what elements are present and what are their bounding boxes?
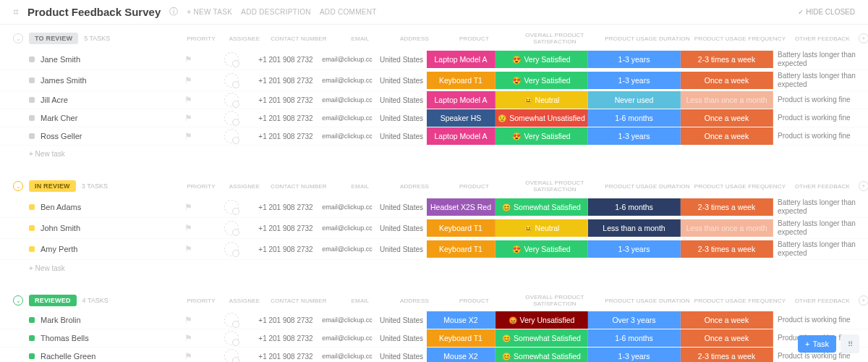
priority-flag[interactable]: ⚑ — [166, 351, 210, 361]
product-chip[interactable]: Mouse X2 — [427, 311, 495, 329]
task-name[interactable]: Ben Adams — [41, 203, 81, 211]
product-chip[interactable]: Keyboard T1 — [427, 72, 495, 89]
task-name[interactable]: John Smith — [41, 224, 80, 232]
satisfaction-chip[interactable]: 😍Very Satisfied — [495, 72, 588, 89]
duration-chip[interactable]: 1-6 months — [588, 198, 681, 216]
frequency-chip[interactable]: Once a week — [681, 72, 773, 89]
table-row[interactable]: Mark Brolin ⚑ +1 201 908 2732 email@clic… — [0, 311, 868, 329]
priority-flag[interactable]: ⚑ — [166, 223, 210, 233]
new-task-button[interactable]: + NEW TASK — [187, 8, 232, 16]
task-name[interactable]: Thomas Bells — [41, 334, 89, 342]
task-name[interactable]: Jane Smith — [41, 55, 80, 64]
table-row[interactable]: Thomas Bells ⚑ +1 201 908 2732 email@cli… — [0, 329, 868, 348]
product-chip[interactable]: Mouse X2 — [427, 348, 495, 362]
status-badge[interactable]: IN REVIEW — [29, 180, 76, 192]
frequency-chip[interactable]: Once a week — [681, 127, 773, 145]
assignee-avatar[interactable] — [224, 200, 239, 214]
task-name[interactable]: Mark Brolin — [41, 316, 81, 324]
frequency-chip[interactable]: Less than once a month — [681, 219, 773, 237]
add-comment-button[interactable]: ADD COMMENT — [320, 8, 377, 16]
product-chip[interactable]: Keyboard T1 — [427, 329, 495, 347]
product-chip[interactable]: Speaker HS — [427, 109, 495, 127]
satisfaction-chip[interactable]: 😊Somewhat Satisfied — [495, 329, 588, 347]
add-description-button[interactable]: ADD DESCRIPTION — [241, 8, 311, 16]
new-task-row[interactable]: + New task — [0, 146, 868, 162]
table-row[interactable]: Ben Adams ⚑ +1 201 908 2732 email@clicku… — [0, 197, 868, 218]
duration-chip[interactable]: 1-3 years — [588, 72, 681, 89]
hide-closed-toggle[interactable]: ✓ HIDE CLOSED — [798, 8, 855, 16]
priority-flag[interactable]: ⚑ — [166, 315, 210, 325]
product-chip[interactable]: Laptop Model A — [427, 127, 495, 145]
frequency-chip[interactable]: 2-3 times a week — [681, 51, 773, 68]
frequency-chip[interactable]: 2-3 times a week — [681, 240, 773, 258]
add-column-button[interactable]: + — [859, 181, 868, 191]
assignee-avatar[interactable] — [224, 242, 239, 256]
duration-chip[interactable]: 1-3 years — [588, 348, 681, 362]
frequency-chip[interactable]: Once a week — [681, 311, 773, 329]
duration-chip[interactable]: 1-6 months — [588, 329, 681, 347]
collapse-toggle[interactable]: ⌄ — [13, 295, 23, 306]
fab-more-button[interactable]: ⠿ — [841, 334, 859, 353]
table-row[interactable]: John Smith ⚑ +1 201 908 2732 email@click… — [0, 218, 868, 239]
duration-chip[interactable]: 1-3 years — [588, 51, 681, 68]
add-column-button[interactable]: + — [859, 33, 868, 43]
frequency-chip[interactable]: Once a week — [681, 329, 773, 347]
table-row[interactable]: Amy Perth ⚑ +1 201 908 2732 email@clicku… — [0, 239, 868, 260]
satisfaction-chip[interactable]: 😊Somewhat Satisfied — [495, 348, 588, 362]
product-chip[interactable]: Keyboard T1 — [427, 240, 495, 258]
satisfaction-chip[interactable]: 😡Very Unsatisfied — [495, 311, 588, 329]
frequency-chip[interactable]: 2-3 times a week — [681, 198, 773, 216]
satisfaction-chip[interactable]: 😊Somewhat Satisfied — [495, 198, 588, 216]
status-badge[interactable]: TO REVIEW — [29, 33, 78, 44]
priority-flag[interactable]: ⚑ — [166, 333, 210, 343]
product-chip[interactable]: Keyboard T1 — [427, 219, 495, 237]
frequency-chip[interactable]: Less than once a month — [681, 91, 773, 109]
satisfaction-chip[interactable]: 😟Somewhat Unsatisfied — [495, 109, 588, 127]
table-row[interactable]: Jill Acre ⚑ +1 201 908 2732 email@clicku… — [0, 91, 868, 109]
task-name[interactable]: Mark Cher — [41, 114, 77, 122]
satisfaction-chip[interactable]: 😍Very Satisfied — [495, 51, 588, 68]
assignee-avatar[interactable] — [224, 52, 239, 67]
priority-flag[interactable]: ⚑ — [166, 75, 210, 85]
assignee-avatar[interactable] — [224, 73, 239, 88]
collapse-toggle[interactable]: ⌄ — [13, 181, 23, 191]
product-chip[interactable]: Laptop Model A — [427, 91, 495, 109]
info-icon[interactable]: ⓘ — [169, 6, 178, 18]
product-chip[interactable]: Headset X2S Red — [427, 198, 495, 216]
task-name[interactable]: Amy Perth — [41, 245, 77, 253]
table-row[interactable]: Jane Smith ⚑ +1 201 908 2732 email@click… — [0, 49, 868, 70]
assignee-avatar[interactable] — [224, 313, 239, 327]
satisfaction-chip[interactable]: 😐Neutral — [495, 219, 588, 237]
table-row[interactable]: Mark Cher ⚑ +1 201 908 2732 email@clicku… — [0, 109, 868, 127]
assignee-avatar[interactable] — [224, 221, 239, 235]
task-name[interactable]: Jill Acre — [41, 96, 68, 104]
duration-chip[interactable]: Less than a month — [588, 219, 681, 237]
satisfaction-chip[interactable]: 😍Very Satisfied — [495, 240, 588, 258]
satisfaction-chip[interactable]: 😐Neutral — [495, 91, 588, 109]
priority-flag[interactable]: ⚑ — [166, 244, 210, 254]
priority-flag[interactable]: ⚑ — [166, 54, 210, 64]
assignee-avatar[interactable] — [224, 331, 239, 345]
duration-chip[interactable]: Over 3 years — [588, 311, 681, 329]
assignee-avatar[interactable] — [224, 349, 239, 362]
priority-flag[interactable]: ⚑ — [166, 95, 210, 105]
new-task-row[interactable]: + New task — [0, 260, 868, 277]
satisfaction-chip[interactable]: 😍Very Satisfied — [495, 127, 588, 145]
assignee-avatar[interactable] — [224, 129, 239, 143]
table-row[interactable]: Rachelle Green ⚑ +1 201 908 2732 email@c… — [0, 348, 868, 362]
table-row[interactable]: James Smith ⚑ +1 201 908 2732 email@clic… — [0, 70, 868, 91]
task-name[interactable]: Ross Geller — [41, 132, 82, 140]
priority-flag[interactable]: ⚑ — [166, 131, 210, 141]
new-task-fab[interactable]: +Task — [798, 335, 836, 353]
duration-chip[interactable]: 1-6 months — [588, 109, 681, 127]
priority-flag[interactable]: ⚑ — [166, 113, 210, 123]
product-chip[interactable]: Laptop Model A — [427, 51, 495, 68]
assignee-avatar[interactable] — [224, 93, 239, 107]
task-name[interactable]: James Smith — [41, 76, 87, 85]
duration-chip[interactable]: 1-3 years — [588, 127, 681, 145]
task-name[interactable]: Rachelle Green — [41, 352, 95, 361]
priority-flag[interactable]: ⚑ — [166, 202, 210, 212]
duration-chip[interactable]: Never used — [588, 91, 681, 109]
add-column-button[interactable]: + — [859, 295, 868, 306]
assignee-avatar[interactable] — [224, 111, 239, 125]
